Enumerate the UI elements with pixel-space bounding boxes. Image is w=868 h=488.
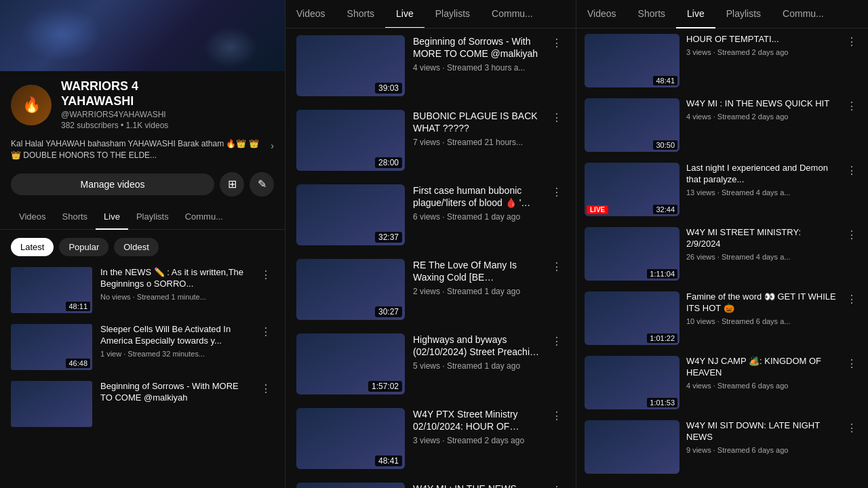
video-thumbnail: 1:11:04 xyxy=(585,227,679,281)
video-title: Famine of the word 👀 GET IT WHILE ITS HO… xyxy=(686,291,837,314)
more-options-button[interactable]: ⋮ xyxy=(844,163,860,178)
right-tab-bar: Videos Shorts Live Playlists Commu... xyxy=(576,0,868,28)
tab-videos-right[interactable]: Videos xyxy=(576,0,627,28)
video-thumbnail: 48:41 xyxy=(296,408,405,469)
channel-description: Kal Halal YAHAWAH bahasham YAHAWASHI Bar… xyxy=(0,138,285,167)
more-options-button[interactable]: ⋮ xyxy=(549,408,565,424)
more-options-button[interactable]: ⋮ xyxy=(549,35,565,51)
video-thumbnail: 1:57:02 xyxy=(296,333,405,394)
list-item[interactable]: 48:11 In the NEWS ✏️ : As it is written,… xyxy=(11,262,274,319)
more-options-button[interactable]: ⋮ xyxy=(258,267,274,283)
mid-tab-bar: Videos Shorts Live Playlists Commu... xyxy=(285,0,576,28)
tab-community-right[interactable]: Commu... xyxy=(772,0,835,28)
video-meta: 9 views · Streamed 6 days ago xyxy=(686,446,837,454)
video-duration: 30:27 xyxy=(375,306,402,317)
video-meta: 1 view · Streamed 32 minutes... xyxy=(100,350,250,358)
list-item[interactable]: 1:01:53 W4Y NJ CAMP 🏕️: KINGDOM OF HEAVE… xyxy=(576,350,868,415)
video-duration: 39:03 xyxy=(375,83,402,94)
more-options-button[interactable]: ⋮ xyxy=(549,110,565,125)
video-thumbnail: 30:27 xyxy=(296,259,405,320)
tab-playlists-right[interactable]: Playlists xyxy=(715,0,772,28)
mid-panel: Videos Shorts Live Playlists Commu... 39… xyxy=(285,0,576,488)
tab-videos-mid[interactable]: Videos xyxy=(285,0,336,28)
video-thumbnail xyxy=(11,381,92,427)
video-title: W4Y MI : IN THE NEWS QUICK HIT xyxy=(413,483,540,488)
manage-videos-button[interactable]: Manage videos xyxy=(11,174,214,195)
more-options-button[interactable]: ⋮ xyxy=(844,227,860,243)
video-thumbnail: 30:50 xyxy=(585,98,679,152)
filter-popular[interactable]: Popular xyxy=(59,238,108,256)
list-item[interactable]: 46:48 Sleeper Cells Will Be Activated In… xyxy=(11,319,274,375)
more-options-button[interactable]: ⋮ xyxy=(844,34,860,49)
tab-playlists-left[interactable]: Playlists xyxy=(128,205,177,230)
video-duration: 28:00 xyxy=(375,157,402,168)
video-title: Beginning of Sorrows - With MORE TO COME… xyxy=(100,381,250,404)
video-info: Beginning of Sorrows - With MORE TO COME… xyxy=(100,381,250,407)
video-meta: 4 views · Streamed 3 hours a... xyxy=(413,63,540,73)
more-options-button[interactable]: ⋮ xyxy=(549,483,565,488)
list-item[interactable]: 32:37 First case human bubonic plague/'l… xyxy=(285,178,576,252)
list-item[interactable]: 48:41 W4Y PTX Street Ministry 02/10/2024… xyxy=(285,401,576,476)
more-options-button[interactable]: ⋮ xyxy=(844,291,860,307)
more-options-button[interactable]: ⋮ xyxy=(844,356,860,371)
tab-live-right[interactable]: Live xyxy=(676,0,715,28)
more-options-button[interactable]: ⋮ xyxy=(549,259,565,274)
list-item[interactable]: 1:01:22 Famine of the word 👀 GET IT WHIL… xyxy=(576,286,868,350)
avatar xyxy=(11,85,52,125)
tab-live-left[interactable]: Live xyxy=(96,205,128,230)
list-item[interactable]: 28:00 BUBONIC PLAGUE IS BACK WHAT ????? … xyxy=(285,103,576,178)
expand-description-icon[interactable]: › xyxy=(271,140,274,153)
list-item[interactable]: 1:11:04 W4Y MI STREET MINISTRY: 2/9/2024… xyxy=(576,222,868,286)
more-options-button[interactable]: ⋮ xyxy=(549,333,565,349)
left-tab-bar: Videos Shorts Live Playlists Commu... xyxy=(0,205,285,230)
list-item[interactable]: W4Y MI : IN THE NEWS QUICK HIT ⋮ xyxy=(285,476,576,488)
video-duration: 46:48 xyxy=(66,359,90,368)
tab-shorts-left[interactable]: Shorts xyxy=(54,205,96,230)
live-badge: LIVE xyxy=(587,205,608,214)
list-item[interactable]: 30:50 W4Y MI : IN THE NEWS QUICK HIT 4 v… xyxy=(576,93,868,157)
video-info: HOUR OF TEMPTATI... 3 views · Streamed 2… xyxy=(686,34,837,56)
video-title: Highways and byways (02/10/2024) Street … xyxy=(413,333,540,358)
video-duration: 48:41 xyxy=(653,76,677,85)
tab-live-mid[interactable]: Live xyxy=(385,0,425,28)
left-video-list: 48:11 In the NEWS ✏️ : As it is written,… xyxy=(0,262,285,488)
list-item[interactable]: W4Y MI SIT DOWN: LATE NIGHT NEWS 9 views… xyxy=(576,415,868,479)
channel-handle: @WARRIORS4YAHAWASHI xyxy=(61,110,168,119)
right-video-list: 48:41 HOUR OF TEMPTATI... 3 views · Stre… xyxy=(576,28,868,488)
video-info: W4Y MI : IN THE NEWS QUICK HIT xyxy=(413,483,540,488)
video-thumbnail: 48:41 xyxy=(585,34,679,87)
more-options-button[interactable]: ⋮ xyxy=(549,184,565,200)
tab-shorts-right[interactable]: Shorts xyxy=(627,0,676,28)
channel-name: WARRIORS 4 YAHAWASHI xyxy=(61,79,168,108)
filter-oldest[interactable]: Oldest xyxy=(114,238,159,256)
video-info: Famine of the word 👀 GET IT WHILE ITS HO… xyxy=(686,291,837,325)
more-options-button[interactable]: ⋮ xyxy=(258,324,274,340)
filter-latest[interactable]: Latest xyxy=(11,238,54,256)
video-duration: 1:01:53 xyxy=(647,398,677,407)
tab-community-left[interactable]: Commu... xyxy=(177,205,231,230)
video-title: W4Y NJ CAMP 🏕️: KINGDOM OF HEAVEN xyxy=(686,356,837,379)
video-title: W4Y MI STREET MINISTRY: 2/9/2024 xyxy=(686,227,837,250)
more-options-button[interactable]: ⋮ xyxy=(844,420,860,436)
tab-shorts-mid[interactable]: Shorts xyxy=(336,0,385,28)
tab-community-mid[interactable]: Commu... xyxy=(481,0,544,28)
video-info: BUBONIC PLAGUE IS BACK WHAT ????? 7 view… xyxy=(413,110,540,147)
list-item[interactable]: 32:44 LIVE Last night I experienced and … xyxy=(576,157,868,222)
list-item[interactable]: 39:03 Beginning of Sorrows - With MORE T… xyxy=(285,28,576,103)
more-options-button[interactable]: ⋮ xyxy=(258,381,274,396)
tab-playlists-mid[interactable]: Playlists xyxy=(425,0,481,28)
svg-rect-2 xyxy=(11,381,92,427)
analytics-icon-button[interactable]: ⊞ xyxy=(220,172,244,197)
list-item[interactable]: Beginning of Sorrows - With MORE TO COME… xyxy=(11,375,274,432)
list-item[interactable]: 1:57:02 Highways and byways (02/10/2024)… xyxy=(285,327,576,401)
tab-videos-left[interactable]: Videos xyxy=(11,205,54,230)
edit-icon-button[interactable]: ✎ xyxy=(250,172,274,197)
video-info: W4Y MI STREET MINISTRY: 2/9/2024 26 view… xyxy=(686,227,837,261)
more-options-button[interactable]: ⋮ xyxy=(844,98,860,114)
list-item[interactable]: 30:27 RE The Love Of Many Is Waxing Cold… xyxy=(285,252,576,327)
list-item[interactable]: 48:41 HOUR OF TEMPTATI... 3 views · Stre… xyxy=(576,28,868,93)
video-duration: 32:37 xyxy=(375,232,402,243)
video-duration: 1:01:22 xyxy=(647,333,677,343)
video-meta: 3 views · Streamed 2 days ago xyxy=(413,436,540,445)
video-title: Last night I experienced and Demon that … xyxy=(686,163,837,186)
